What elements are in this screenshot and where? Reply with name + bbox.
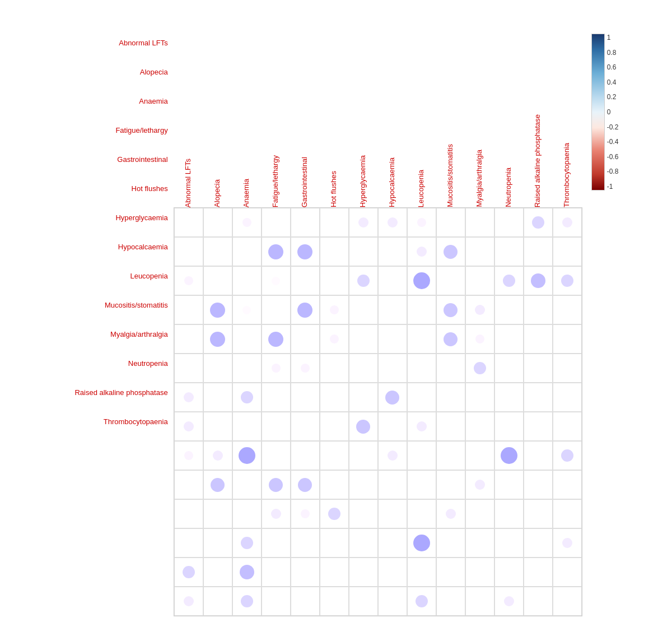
dot-11-2 <box>241 537 253 549</box>
cell-11-4 <box>291 528 320 558</box>
cell-3-13 <box>553 295 582 324</box>
cell-8-4 <box>291 441 320 470</box>
legend-gradient-bar <box>591 34 605 191</box>
cell-13-2 <box>232 587 262 616</box>
col-label-wrapper-5: Hot flushes <box>319 169 348 207</box>
cell-5-3 <box>262 354 291 383</box>
cell-4-0 <box>174 324 203 354</box>
legend-label-9: -0.8 <box>607 168 619 175</box>
cell-2-8 <box>407 266 436 295</box>
cell-1-1 <box>203 237 232 266</box>
dot-9-10 <box>475 480 485 490</box>
cell-5-5 <box>320 354 349 383</box>
dot-5-10 <box>474 362 486 374</box>
col-label-wrapper-11: Neutropenia <box>494 165 523 207</box>
col-label-wrapper-10: Myalgia/arthralgia <box>465 147 494 207</box>
dot-5-3 <box>272 364 281 373</box>
cell-1-8 <box>407 237 436 266</box>
cell-9-13 <box>553 470 582 499</box>
legend-label-6: -0.2 <box>607 123 619 131</box>
col-label-4: Gastrointestinal <box>300 155 309 207</box>
dot-3-4 <box>297 303 312 318</box>
dot-10-9 <box>446 509 456 519</box>
cell-3-0 <box>174 295 203 324</box>
dot-3-9 <box>444 303 458 317</box>
cell-9-2 <box>232 470 262 499</box>
cell-9-7 <box>378 470 407 499</box>
cell-10-11 <box>494 499 524 528</box>
cell-12-8 <box>407 558 436 587</box>
cell-11-2 <box>232 528 262 558</box>
dot-8-13 <box>561 449 573 462</box>
dot-0-8 <box>417 218 426 227</box>
col-label-0: Abnormal LFTs <box>184 156 192 207</box>
legend-label-2: 0.6 <box>607 63 619 71</box>
cell-1-0 <box>174 237 203 266</box>
cell-4-3 <box>262 324 291 354</box>
col-label-3: Fatigue/lethargy <box>271 153 279 207</box>
cell-2-4 <box>291 266 320 295</box>
cell-0-6 <box>349 208 378 237</box>
legend-label-8: -0.6 <box>607 153 619 161</box>
row-label-13: Thrombocytopaenia <box>54 407 171 436</box>
cell-11-3 <box>262 528 291 558</box>
cell-3-3 <box>262 295 291 324</box>
color-legend: 10.80.60.40.20-0.2-0.4-0.6-0.8-1 <box>591 28 619 191</box>
cell-10-2 <box>232 499 262 528</box>
cell-13-9 <box>436 587 465 616</box>
cell-3-1 <box>203 295 232 324</box>
legend-labels: 10.80.60.40.20-0.2-0.4-0.6-0.8-1 <box>607 34 619 191</box>
cell-11-6 <box>349 528 378 558</box>
cell-6-6 <box>349 383 378 412</box>
dot-7-6 <box>356 420 370 434</box>
row-label-3: Fatigue/lethargy <box>54 115 171 145</box>
cell-7-2 <box>232 412 262 441</box>
cell-9-0 <box>174 470 203 499</box>
cell-0-13 <box>553 208 582 237</box>
cell-2-9 <box>436 266 465 295</box>
cell-1-11 <box>494 237 524 266</box>
cell-7-0 <box>174 412 203 441</box>
dot-1-9 <box>444 245 458 259</box>
cell-2-5 <box>320 266 349 295</box>
dot-2-11 <box>503 275 515 287</box>
cell-8-11 <box>494 441 524 470</box>
cell-8-9 <box>436 441 465 470</box>
cell-0-1 <box>203 208 232 237</box>
cell-13-3 <box>262 587 291 616</box>
col-label-wrapper-13: Thrombocytopaenia <box>552 141 581 207</box>
cell-10-9 <box>436 499 465 528</box>
dot-0-13 <box>562 217 572 227</box>
cell-6-11 <box>494 383 524 412</box>
cell-8-2 <box>232 441 262 470</box>
cell-11-0 <box>174 528 203 558</box>
col-label-11: Neutropenia <box>504 165 512 207</box>
cell-11-13 <box>553 528 582 558</box>
cell-5-0 <box>174 354 203 383</box>
cell-1-5 <box>320 237 349 266</box>
legend-label-10: -1 <box>607 183 619 191</box>
cell-7-5 <box>320 412 349 441</box>
cell-10-5 <box>320 499 349 528</box>
legend-label-0: 1 <box>607 34 619 41</box>
cell-7-12 <box>524 412 553 441</box>
cell-6-12 <box>524 383 553 412</box>
cell-2-13 <box>553 266 582 295</box>
cell-4-9 <box>436 324 465 354</box>
cell-13-5 <box>320 587 349 616</box>
cell-2-2 <box>232 266 262 295</box>
cell-9-1 <box>203 470 232 499</box>
dot-3-2 <box>242 306 251 314</box>
cell-6-13 <box>553 383 582 412</box>
cell-13-7 <box>378 587 407 616</box>
cell-3-11 <box>494 295 524 324</box>
row-label-1: Alopecia <box>54 57 171 86</box>
cell-10-3 <box>262 499 291 528</box>
cell-12-12 <box>524 558 553 587</box>
col-label-wrapper-0: Abnormal LFTs <box>174 156 203 207</box>
cell-8-0 <box>174 441 203 470</box>
col-label-7: Hypocalcaemia <box>388 155 396 207</box>
cell-6-8 <box>407 383 436 412</box>
cell-0-2 <box>232 208 262 237</box>
col-label-9: Mucositis/stomatitis <box>446 142 454 207</box>
